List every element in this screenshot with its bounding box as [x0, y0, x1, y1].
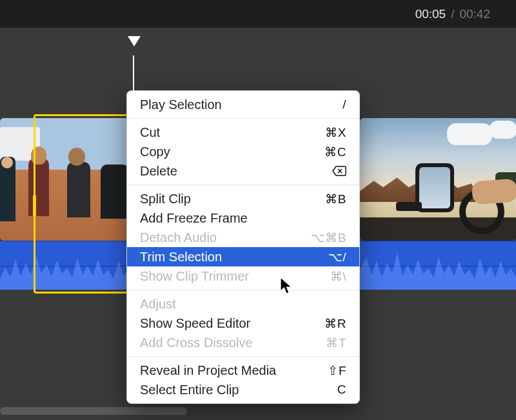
- timeline-horizontal-scrollbar[interactable]: [0, 405, 516, 415]
- menu-item-label: Cut: [140, 125, 301, 140]
- menu-item-shortcut: ⌥/: [301, 250, 346, 265]
- playhead-line: [133, 55, 134, 94]
- menu-item-delete[interactable]: Delete: [127, 161, 359, 181]
- timeline-clip[interactable]: [0, 118, 129, 241]
- menu-item-shortcut: ⌘C: [301, 145, 346, 159]
- menu-item-trim-selection[interactable]: Trim Selection⌥/: [127, 247, 359, 266]
- menu-item-shortcut: /: [301, 97, 346, 112]
- menu-item-add-freeze-frame[interactable]: Add Freeze Frame: [127, 208, 359, 228]
- menu-item-label: Trim Selection: [140, 250, 301, 265]
- timecode-bar: 00:05 / 00:42: [0, 0, 516, 28]
- timecode-total: 00:42: [459, 7, 490, 21]
- menu-item-shortcut: [301, 164, 346, 178]
- menu-item-label: Adjust: [140, 297, 301, 312]
- menu-item-detach-audio: Detach Audio⌥⌘B: [127, 228, 359, 247]
- menu-separator: [127, 356, 359, 357]
- clip-thumbnail: [360, 118, 516, 241]
- menu-item-label: Reveal in Project Media: [140, 363, 301, 378]
- menu-item-label: Select Entire Clip: [140, 383, 301, 397]
- menu-item-cut[interactable]: Cut⌘X: [127, 123, 359, 142]
- scrollbar-thumb[interactable]: [0, 407, 187, 415]
- menu-item-show-clip-trimmer: Show Clip Trimmer⌘\: [127, 266, 359, 286]
- menu-item-label: Detach Audio: [140, 230, 301, 245]
- menu-item-shortcut: ⌘R: [301, 316, 346, 331]
- menu-item-label: Split Clip: [140, 192, 301, 206]
- menu-separator: [127, 118, 359, 119]
- menu-item-label: Copy: [140, 145, 301, 159]
- menu-item-shortcut: ⌥⌘B: [301, 230, 346, 245]
- menu-item-play-selection[interactable]: Play Selection/: [127, 95, 359, 114]
- menu-item-add-cross-dissolve: Add Cross Dissolve⌘T: [127, 333, 359, 352]
- menu-item-label: Play Selection: [140, 97, 301, 112]
- menu-item-split-clip[interactable]: Split Clip⌘B: [127, 189, 359, 208]
- menu-item-label: Show Clip Trimmer: [140, 269, 301, 284]
- clip-thumbnail: [0, 118, 129, 241]
- menu-item-adjust: Adjust: [127, 294, 359, 314]
- menu-item-copy[interactable]: Copy⌘C: [127, 142, 359, 161]
- timeline[interactable]: Play Selection/Cut⌘XCopy⌘CDeleteSplit Cl…: [0, 28, 516, 420]
- svg-marker-0: [128, 36, 141, 46]
- menu-item-select-entire-clip[interactable]: Select Entire ClipC: [127, 380, 359, 399]
- timecode-separator: /: [451, 7, 454, 21]
- playhead-marker-icon: [128, 36, 141, 48]
- menu-item-show-speed-editor[interactable]: Show Speed Editor⌘R: [127, 314, 359, 333]
- timecode-current: 00:05: [415, 7, 446, 21]
- menu-item-label: Show Speed Editor: [140, 316, 301, 331]
- menu-separator: [127, 185, 359, 185]
- menu-item-shortcut: ⌘\: [301, 269, 346, 284]
- clip-context-menu[interactable]: Play Selection/Cut⌘XCopy⌘CDeleteSplit Cl…: [126, 90, 360, 404]
- timeline-clip[interactable]: [360, 118, 516, 241]
- menu-item-shortcut: ⌘X: [301, 125, 346, 140]
- playhead[interactable]: [128, 36, 141, 48]
- menu-item-label: Add Cross Dissolve: [140, 335, 301, 350]
- menu-separator: [127, 290, 359, 290]
- menu-item-label: Delete: [140, 164, 301, 179]
- menu-item-label: Add Freeze Frame: [140, 211, 301, 226]
- menu-item-reveal-in-project-media[interactable]: Reveal in Project Media⇧F: [127, 361, 359, 380]
- menu-item-shortcut: ⌘B: [301, 192, 346, 206]
- menu-item-shortcut: ⇧F: [301, 363, 346, 378]
- menu-item-shortcut: ⌘T: [301, 335, 346, 350]
- menu-item-shortcut: C: [301, 383, 346, 397]
